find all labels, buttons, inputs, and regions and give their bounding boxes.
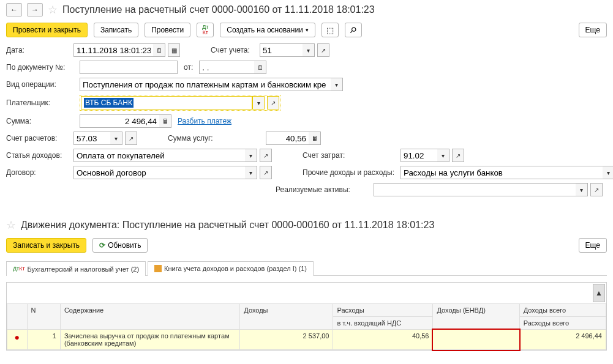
row-marker-icon: ● bbox=[15, 332, 20, 342]
sum-input[interactable] bbox=[80, 114, 159, 128]
account-label: Счет учета: bbox=[211, 46, 260, 54]
from-calendar-icon[interactable]: 🗓 bbox=[254, 61, 266, 74]
cell-income-total: 2 496,44 bbox=[519, 330, 606, 350]
settle-dd-button[interactable]: ▾ bbox=[110, 132, 122, 145]
th-income-total: Доходы всего bbox=[519, 304, 606, 317]
tab-income-book[interactable]: Книга учета доходов и расходов (раздел I… bbox=[148, 261, 314, 276]
assets-dd-button[interactable]: ▾ bbox=[576, 183, 588, 196]
cell-expense: 40,56 bbox=[333, 330, 433, 350]
page-title: Поступление на расчетный счет 0000-00016… bbox=[62, 4, 375, 15]
star-icon[interactable]: ☆ bbox=[48, 3, 58, 17]
from-date-input[interactable] bbox=[199, 61, 254, 74]
svc-calc-icon[interactable]: 🖩 bbox=[309, 132, 321, 145]
th-marker bbox=[7, 304, 28, 330]
cell-n: 1 bbox=[27, 330, 60, 350]
income-open-button[interactable]: ↗ bbox=[260, 149, 272, 162]
more-button-2[interactable]: Еще bbox=[579, 238, 607, 253]
dtdk-icon: ДтКт bbox=[202, 24, 208, 35]
payer-open-button[interactable]: ↗ bbox=[267, 96, 279, 110]
payer-label: Плательщик: bbox=[6, 98, 73, 107]
contract-open-button[interactable]: ↗ bbox=[260, 166, 272, 179]
account-open-button[interactable]: ↗ bbox=[317, 43, 329, 57]
apply-close-button[interactable]: Провести и закрыть bbox=[6, 23, 88, 37]
payer-dd-button[interactable]: ▾ bbox=[252, 96, 265, 110]
movements-table: ▲ N Содержание Доходы Расходы Доходы (ЕН… bbox=[6, 282, 607, 351]
settle-open-button[interactable]: ↗ bbox=[125, 132, 137, 145]
table-row[interactable]: ● 1 Зачислена выручка от продаж по плате… bbox=[7, 330, 606, 350]
nav-back-button[interactable]: ← bbox=[6, 3, 22, 17]
date-label: Дата: bbox=[6, 46, 73, 54]
account-dd-button[interactable]: ▾ bbox=[303, 43, 315, 57]
nav-fwd-button[interactable]: → bbox=[27, 3, 43, 17]
book-icon bbox=[154, 265, 162, 272]
cell-income-envd bbox=[433, 330, 519, 350]
income-dd-button[interactable]: ▾ bbox=[245, 149, 257, 162]
cell-income: 2 537,00 bbox=[240, 330, 333, 350]
other-dd-button[interactable]: ▾ bbox=[603, 166, 613, 179]
assets-open-button[interactable]: ↗ bbox=[590, 183, 603, 196]
from-label: от: bbox=[184, 63, 193, 72]
th-expense: Расходы bbox=[333, 304, 433, 317]
expense-acc-open-button[interactable]: ↗ bbox=[452, 149, 464, 162]
dtdk-icon-2: ДтКт bbox=[13, 266, 25, 272]
calendar-icon[interactable]: 🗓 bbox=[153, 43, 165, 57]
contract-label: Договор: bbox=[6, 168, 73, 177]
optype-dd-button[interactable]: ▾ bbox=[331, 78, 343, 91]
assets-input[interactable] bbox=[374, 183, 576, 196]
th-n: N bbox=[27, 304, 60, 330]
settle-label: Счет расчетов: bbox=[6, 134, 73, 143]
expense-acc-label: Счет затрат: bbox=[303, 151, 401, 160]
income-label: Статья доходов: bbox=[6, 151, 73, 160]
account-input[interactable] bbox=[260, 43, 303, 57]
income-input[interactable] bbox=[73, 149, 245, 162]
expense-acc-dd-button[interactable]: ▾ bbox=[437, 149, 449, 162]
th-expense-total: Расходы всего bbox=[519, 317, 606, 330]
attach-button[interactable]: ⚲ bbox=[345, 23, 362, 37]
save-close-button[interactable]: Записать и закрыть bbox=[6, 238, 86, 253]
th-income: Доходы bbox=[240, 304, 333, 330]
refresh-button[interactable]: ⟳ Обновить bbox=[92, 238, 148, 253]
docnum-label: По документу №: bbox=[6, 63, 73, 72]
payer-input[interactable]: ВТБ СБ БАНК bbox=[81, 96, 252, 110]
save-button[interactable]: Записать bbox=[94, 23, 138, 37]
section2-title: Движения документа: Поступление на расче… bbox=[21, 220, 434, 231]
split-payment-link[interactable]: Разбить платеж bbox=[178, 117, 231, 125]
optype-label: Вид операции: bbox=[6, 80, 73, 89]
refresh-icon: ⟳ bbox=[99, 241, 105, 250]
sum-calc-icon[interactable]: 🖩 bbox=[159, 114, 171, 128]
other-label: Прочие доходы и расходы: bbox=[303, 168, 401, 177]
th-content: Содержание bbox=[60, 304, 239, 330]
contract-input[interactable] bbox=[73, 166, 245, 179]
more-button[interactable]: Еще bbox=[579, 23, 607, 37]
settle-input[interactable] bbox=[73, 132, 110, 145]
other-input[interactable] bbox=[401, 166, 603, 179]
svc-sum-label: Сумма услуг: bbox=[168, 134, 266, 143]
th-income-envd: Доходы (ЕНВД) bbox=[433, 304, 519, 330]
contract-dd-button[interactable]: ▾ bbox=[245, 166, 257, 179]
date-extra-button[interactable]: ▦ bbox=[168, 43, 180, 57]
scroll-handle[interactable]: ▲ bbox=[593, 284, 605, 302]
expense-acc-input[interactable] bbox=[401, 149, 437, 162]
create-based-button[interactable]: Создать на основании ▾ bbox=[220, 23, 315, 37]
apply-button[interactable]: Провести bbox=[145, 23, 190, 37]
date-input[interactable] bbox=[73, 43, 153, 57]
structure-button[interactable]: ⬚ bbox=[322, 23, 339, 37]
assets-label: Реализуемые активы: bbox=[276, 185, 374, 194]
tab-accounting[interactable]: ДтКт Бухгалтерский и налоговый учет (2) bbox=[6, 261, 146, 276]
svc-sum-input[interactable] bbox=[266, 132, 309, 145]
star-icon-2[interactable]: ☆ bbox=[6, 218, 16, 232]
cell-content: Зачислена выручка от продаж по платежным… bbox=[60, 330, 239, 350]
th-vat: в т.ч. входящий НДС bbox=[333, 317, 433, 330]
postings-button[interactable]: ДтКт bbox=[197, 23, 214, 37]
paperclip-icon: ⚲ bbox=[348, 24, 359, 35]
sum-label: Сумма: bbox=[6, 117, 73, 125]
optype-input[interactable] bbox=[80, 78, 331, 91]
docnum-input[interactable] bbox=[80, 61, 178, 74]
